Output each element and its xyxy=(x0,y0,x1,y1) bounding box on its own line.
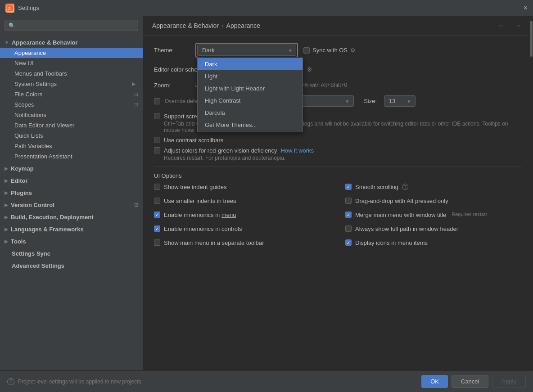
window-title: Settings xyxy=(18,5,524,11)
ui-options-header: UI Options xyxy=(154,172,522,179)
theme-row: Theme: Dark Light Light with Light Heade… xyxy=(154,43,522,58)
mnemonics-controls-label: Enable mnemonics in controls xyxy=(164,225,242,232)
sidebar-item-menus-toolbars[interactable]: Menus and Toolbars xyxy=(0,68,143,79)
sidebar-item-appearance[interactable]: Appearance xyxy=(0,48,143,58)
sidebar-item-appearance-behavior[interactable]: ▼ Appearance & Behavior xyxy=(0,37,143,48)
main-container: 🔍 ▼ Appearance & Behavior Appearance New… xyxy=(0,16,533,370)
theme-label: Theme: xyxy=(154,47,190,54)
full-path-checkbox[interactable] xyxy=(345,225,352,232)
search-box[interactable]: 🔍 xyxy=(5,20,138,31)
sidebar-item-build[interactable]: ▶ Build, Execution, Deployment xyxy=(0,212,143,222)
search-input[interactable] xyxy=(18,22,134,29)
drag-drop-alt-checkbox[interactable] xyxy=(345,198,352,204)
title-bar: J Settings × xyxy=(0,0,533,16)
sidebar-item-file-colors[interactable]: File Colors ⊡ xyxy=(0,89,143,99)
sync-with-os-row: Sync with OS ⚙ xyxy=(303,47,356,54)
smooth-scrolling-row: ✓ Smooth scrolling ? xyxy=(345,184,522,190)
drag-drop-alt-row: Drag-and-drop with Alt pressed only xyxy=(345,198,522,204)
chevron-right-icon-tools: ▶ xyxy=(5,239,8,244)
mnemonics-controls-row: ✓ Enable mnemonics in controls xyxy=(154,225,331,232)
vertical-scrollbar[interactable] xyxy=(529,16,533,370)
editor-gear-icon[interactable]: ⚙ xyxy=(307,66,312,73)
ok-button[interactable]: OK xyxy=(421,375,448,388)
smaller-indents-row: Use smaller indents in trees xyxy=(154,198,331,204)
sidebar-item-scopes[interactable]: Scopes ⊡ xyxy=(0,99,143,110)
theme-option-dark[interactable]: Dark xyxy=(198,58,303,70)
bottom-bar: ? Project-level settings will be applied… xyxy=(0,370,533,392)
app-logo: J xyxy=(5,4,14,13)
sidebar-item-notifications[interactable]: Notifications xyxy=(0,110,143,120)
nav-group-appearance-behavior: ▼ Appearance & Behavior Appearance New U… xyxy=(0,36,143,162)
sidebar-item-new-ui[interactable]: New UI xyxy=(0,58,143,68)
size-select[interactable]: 13 xyxy=(384,95,416,107)
content-scroll: Theme: Dark Light Light with Light Heade… xyxy=(143,36,533,370)
drag-drop-alt-label: Drag-and-drop with Alt pressed only xyxy=(355,198,448,204)
nav-group-advanced: Advanced Settings xyxy=(0,260,143,272)
theme-option-high-contrast[interactable]: High Contrast xyxy=(198,95,303,107)
back-button[interactable]: ← xyxy=(495,21,508,31)
theme-option-more[interactable]: Get More Themes... xyxy=(198,119,303,131)
vc-icon: ⊡ xyxy=(134,202,138,208)
settings-icon-2: ⊡ xyxy=(134,102,138,108)
sidebar-item-data-editor[interactable]: Data Editor and Viewer xyxy=(0,120,143,131)
theme-option-darcula[interactable]: Darcula xyxy=(198,107,303,119)
sync-os-checkbox[interactable] xyxy=(303,47,310,54)
merge-menu-row: ✓ Merge main menu with window title Requ… xyxy=(345,212,522,218)
merge-requires-restart: Requires restart xyxy=(452,212,487,217)
sidebar-item-editor[interactable]: ▶ Editor xyxy=(0,176,143,186)
red-green-checkbox[interactable] xyxy=(154,147,160,153)
smooth-scrolling-checkbox[interactable]: ✓ xyxy=(345,184,352,190)
apply-button[interactable]: Apply xyxy=(492,375,526,388)
display-icons-checkbox[interactable]: ✓ xyxy=(345,239,352,246)
sidebar-item-languages[interactable]: ▶ Languages & Frameworks xyxy=(0,224,143,234)
theme-option-light-header[interactable]: Light with Light Header xyxy=(198,82,303,95)
theme-dropdown-wrapper: Dark Light Light with Light Header High … xyxy=(195,43,298,58)
contrast-scrollbars-row: Use contrast scrollbars xyxy=(154,137,522,144)
how-it-works-link[interactable]: How it works xyxy=(280,147,314,154)
search-icon: 🔍 xyxy=(9,23,15,29)
cancel-button[interactable]: Cancel xyxy=(452,375,488,388)
svg-text:J: J xyxy=(8,6,10,11)
sidebar-item-plugins[interactable]: ▶ Plugins xyxy=(0,188,143,198)
scrollbar-thumb[interactable] xyxy=(530,21,533,57)
info-icon: ? xyxy=(7,378,14,385)
sync-os-gear-icon[interactable]: ⚙ xyxy=(350,47,356,54)
sidebar-item-settings-sync[interactable]: Settings Sync xyxy=(0,248,143,259)
contrast-scrollbars-checkbox[interactable] xyxy=(154,137,160,143)
theme-select[interactable]: Dark Light Light with Light Header High … xyxy=(197,45,296,56)
merge-menu-checkbox[interactable]: ✓ xyxy=(345,212,352,218)
separate-toolbar-checkbox[interactable] xyxy=(154,239,160,246)
mnemonics-menu-checkbox[interactable]: ✓ xyxy=(154,212,160,218)
theme-dropdown-menu: Dark Light Light with Light Header High … xyxy=(197,57,303,132)
sidebar-item-tools[interactable]: ▶ Tools xyxy=(0,236,143,247)
bottom-info: ? Project-level settings will be applied… xyxy=(7,378,141,385)
chevron-down-icon: ▼ xyxy=(5,40,9,45)
chevron-right-icon: ▶ xyxy=(132,81,136,87)
close-icon[interactable]: × xyxy=(524,5,528,12)
smooth-scrolling-help-icon[interactable]: ? xyxy=(402,184,408,190)
nav-tree: ▼ Appearance & Behavior Appearance New U… xyxy=(0,35,143,370)
zoom-label: Zoom: xyxy=(154,82,190,89)
breadcrumb-parent: Appearance & Behavior xyxy=(152,22,219,29)
font-override-checkbox[interactable] xyxy=(154,98,160,104)
sidebar-item-path-variables[interactable]: Path Variables xyxy=(0,141,143,151)
forward-button[interactable]: → xyxy=(511,21,524,31)
nav-group-tools: ▶ Tools xyxy=(0,235,143,248)
sidebar-item-presentation-assistant[interactable]: Presentation Assistant xyxy=(0,151,143,162)
sidebar-item-quick-lists[interactable]: Quick Lists xyxy=(0,131,143,141)
sidebar-item-version-control[interactable]: ▶ Version Control ⊡ xyxy=(0,200,143,210)
smaller-indents-checkbox[interactable] xyxy=(154,198,160,204)
bottom-buttons: OK Cancel Apply xyxy=(421,375,526,388)
nav-group-version-control: ▶ Version Control ⊡ xyxy=(0,199,143,211)
sidebar-item-system-settings[interactable]: System Settings ▶ xyxy=(0,79,143,89)
mnemonics-controls-checkbox[interactable]: ✓ xyxy=(154,225,160,232)
theme-option-light[interactable]: Light xyxy=(198,70,303,82)
sidebar-item-keymap[interactable]: ▶ Keymap xyxy=(0,163,143,174)
bottom-info-text: Project-level settings will be applied t… xyxy=(18,378,141,385)
sidebar-item-advanced-settings[interactable]: Advanced Settings xyxy=(0,261,143,271)
show-tree-indent-checkbox[interactable] xyxy=(154,184,160,190)
screen-readers-checkbox[interactable] xyxy=(154,113,160,119)
contrast-scrollbars-label: Use contrast scrollbars xyxy=(164,137,223,144)
show-tree-indent-label: Show tree indent guides xyxy=(164,184,226,190)
sidebar: 🔍 ▼ Appearance & Behavior Appearance New… xyxy=(0,16,143,370)
